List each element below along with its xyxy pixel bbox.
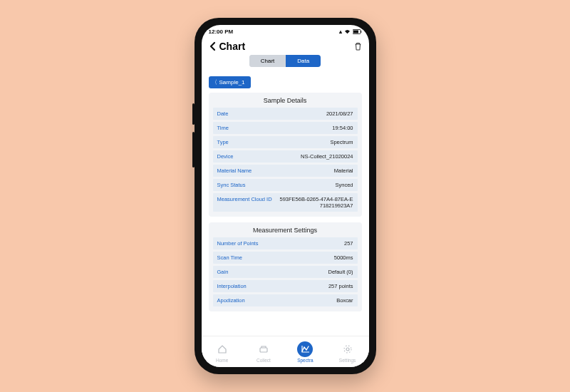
svg-rect-1 [361,31,361,33]
tab-collect[interactable]: Collect [256,341,271,363]
sample-details-card: Sample Details Date2021/08/27 Time19:54:… [209,93,362,217]
segment-chart[interactable]: Chart [249,55,286,67]
tab-home[interactable]: Home [214,341,230,363]
battery-icon [353,29,362,34]
row-device: DeviceNS-Collect_21020024 [213,150,358,163]
row-scan-time: Scan Time5000ms [213,252,358,264]
tab-bar: Home Collect Spectra Settings [202,336,369,367]
row-cloud-id: Measurement Cloud ID593FE56B-0265-47A4-8… [213,193,358,212]
row-points: Number of Points257 [213,237,358,249]
row-date: Date2021/08/27 [213,108,358,120]
signal-icon: ▴ [339,29,342,35]
row-interpolation: Interpolation257 points [213,280,358,292]
home-icon [214,341,230,357]
sample-details-title: Sample Details [213,97,358,104]
content-area: 〈 Sample_1 Sample Details Date2021/08/27… [202,71,369,336]
chevron-left-icon: 〈 [212,78,217,86]
tab-spectra[interactable]: Spectra [297,341,313,363]
sample-chip-label: Sample_1 [219,79,245,86]
svg-point-4 [346,348,349,351]
collect-icon [256,341,271,357]
row-time: Time19:54:00 [213,122,358,134]
svg-point-5 [344,346,351,353]
row-apodization: ApodizationBoxcar [213,294,358,306]
back-button[interactable] [209,41,217,51]
spectra-icon [297,341,313,357]
sample-chip[interactable]: 〈 Sample_1 [209,76,251,88]
row-type: TypeSpectrum [213,136,358,148]
header: Chart [202,38,369,53]
gear-icon [340,341,356,357]
status-icons: ▴ [339,29,362,35]
segment-control: Chart Data [202,53,369,71]
measurement-settings-card: Measurement Settings Number of Points257… [209,222,362,311]
page-title: Chart [219,41,354,52]
row-gain: GainDefault (0) [213,266,358,278]
measurement-settings-title: Measurement Settings [213,227,358,234]
svg-rect-2 [353,30,358,33]
status-time: 12:00 PM [209,29,234,35]
status-bar: 12:00 PM ▴ [202,25,369,38]
row-material: Material NameMaterial [213,165,358,177]
tab-settings[interactable]: Settings [339,341,356,363]
segment-data[interactable]: Data [286,55,321,67]
scroll-area[interactable]: Sample Details Date2021/08/27 Time19:54:… [202,93,369,336]
screen: 12:00 PM ▴ Chart Chart [202,25,369,367]
delete-button[interactable] [354,42,362,51]
wifi-icon [344,29,351,34]
phone-frame: 12:00 PM ▴ Chart Chart [195,18,376,374]
row-sync: Sync StatusSynced [213,179,358,191]
svg-rect-3 [260,348,267,352]
